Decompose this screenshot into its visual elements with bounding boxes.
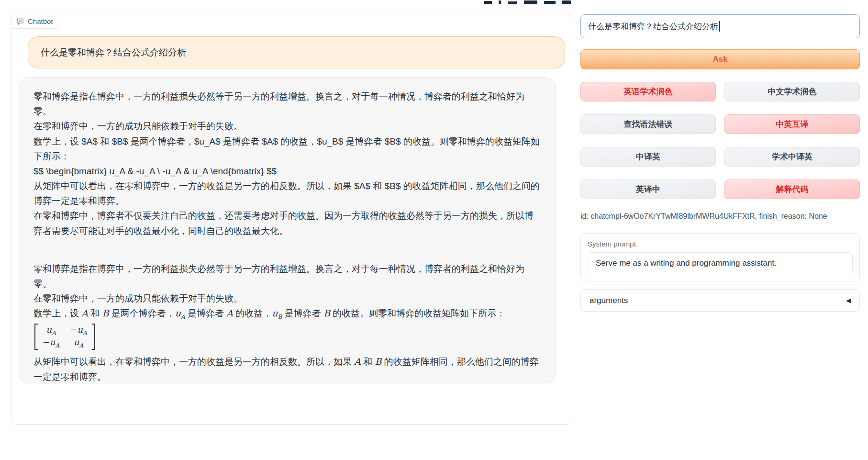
bot-raw-line: 从矩阵中可以看出，在零和博弈中，一方的收益是另一方的相反数。所以，如果 $A$ … xyxy=(33,179,541,208)
bot-raw-line: 在零和博弈中，博弈者不仅要关注自己的收益，还需要考虑对手的收益。因为一方取得的收… xyxy=(33,208,541,238)
heading-glyph-fragment xyxy=(524,0,537,4)
ask-button-label: Ask xyxy=(712,55,727,64)
arguments-accordion-label: arguments xyxy=(590,296,628,305)
bot-raw-line: 在零和博弈中，一方的成功只能依赖于对手的失败。 xyxy=(33,119,541,134)
system-prompt-value: Serve me as a writing and programming as… xyxy=(596,258,777,268)
accordion-collapsed-icon: ◀ xyxy=(846,297,851,304)
question-input[interactable]: 什么是零和博弈？结合公式介绍分析 xyxy=(580,14,860,38)
matrix-cell: uA xyxy=(43,324,59,337)
message-list: 什么是零和博弈？结合公式介绍分析 零和博弈是指在博弈中，一方的利益损失必然等于另… xyxy=(11,14,572,383)
payoff-matrix: uA −uA −uA uA xyxy=(34,324,95,350)
heading-glyph-fragment xyxy=(544,1,556,4)
chatbot-label-text: Chatbot xyxy=(28,17,53,25)
question-input-value: 什么是零和博弈？结合公式介绍分析 xyxy=(588,21,718,32)
action-button-english-polish[interactable]: 英语学术润色 xyxy=(580,82,716,101)
bot-raw-latex-line: $$ \begin{bmatrix} u_A & -u_A \ -u_A & u… xyxy=(33,164,541,179)
bot-rendered-conclusion: 从矩阵中可以看出，在零和博弈中，一方的收益是另一方的相反数。所以，如果 A 和 … xyxy=(33,354,541,383)
matrix-left-bracket xyxy=(34,324,38,350)
bot-rendered-line: 零和博弈是指在博弈中，一方的利益损失必然等于另一方的利益增益。换言之，对于每一种… xyxy=(33,261,541,291)
matrix-right-bracket xyxy=(92,324,95,350)
bot-raw-line: 数学上，设 $A$ 和 $B$ 是两个博弈者，$u_A$ 是博弈者 $A$ 的收… xyxy=(33,134,541,164)
chatbot-label: Chatbot xyxy=(12,15,59,29)
bot-rendered-math-intro: 数学上，设 A 和 B 是两个博弈者，uA 是博弈者 A 的收益，uB 是博弈者… xyxy=(33,306,541,322)
action-button-zh-to-en[interactable]: 中译英 xyxy=(580,147,716,167)
action-button-zh-en-mutual[interactable]: 中英互译 xyxy=(724,114,860,134)
system-prompt-group: System prompt Serve me as a writing and … xyxy=(580,233,860,281)
action-button-academic-zh-to-en[interactable]: 学术中译英 xyxy=(724,147,860,167)
user-message-bubble[interactable]: 什么是零和博弈？结合公式介绍分析 xyxy=(28,36,565,68)
arguments-accordion[interactable]: arguments ◀ xyxy=(580,289,860,312)
bot-rendered-block: 零和博弈是指在博弈中，一方的利益损失必然等于另一方的利益增益。换言之，对于每一种… xyxy=(33,261,541,383)
bot-raw-line: 零和博弈是指在博弈中，一方的利益损失必然等于另一方的利益增益。换言之，对于每一种… xyxy=(33,89,541,119)
matrix-cell: −uA xyxy=(43,337,59,349)
action-button-grammar-check[interactable]: 查找语法错误 xyxy=(580,114,716,134)
chatbot-panel: Chatbot 什么是零和博弈？结合公式介绍分析 零和博弈是指在博弈中，一方的利… xyxy=(11,14,572,425)
user-message-text: 什么是零和博弈？结合公式介绍分析 xyxy=(41,47,186,57)
control-column: 什么是零和博弈？结合公式介绍分析 Ask 英语学术润色 中文学术润色 查找语法错… xyxy=(580,14,860,312)
matrix-cell: uA xyxy=(70,337,87,349)
text-caret xyxy=(719,21,720,32)
completion-status: id: chatcmpl-6wOo7KrYTwMl89lbrMWRu4UkFFX… xyxy=(580,212,860,221)
heading-glyph-fragment xyxy=(484,1,492,4)
ask-button[interactable]: Ask xyxy=(580,49,860,69)
action-button-grid: 英语学术润色 中文学术润色 查找语法错误 中英互译 中译英 学术中译英 英译中 … xyxy=(580,82,860,199)
bot-rendered-line: 在零和博弈中，一方的成功只能依赖于对手的失败。 xyxy=(33,291,541,306)
clipped-page-heading xyxy=(484,0,580,4)
heading-glyph-fragment xyxy=(499,0,501,4)
bot-message-bubble[interactable]: 零和博弈是指在博弈中，一方的利益损失必然等于另一方的利益增益。换言之，对于每一种… xyxy=(19,77,556,383)
action-button-en-to-zh[interactable]: 英译中 xyxy=(580,180,716,199)
matrix-cell: −uA xyxy=(70,324,87,337)
action-button-explain-code[interactable]: 解释代码 xyxy=(724,180,860,199)
system-prompt-input[interactable]: Serve me as a writing and programming as… xyxy=(588,252,853,274)
chat-bubble-icon xyxy=(16,17,24,25)
action-button-chinese-polish[interactable]: 中文学术润色 xyxy=(724,82,860,101)
bot-raw-block: 零和博弈是指在博弈中，一方的利益损失必然等于另一方的利益增益。换言之，对于每一种… xyxy=(33,89,541,238)
heading-glyph-fragment xyxy=(508,1,517,4)
heading-glyph-fragment xyxy=(562,0,571,4)
system-prompt-label: System prompt xyxy=(588,240,853,248)
